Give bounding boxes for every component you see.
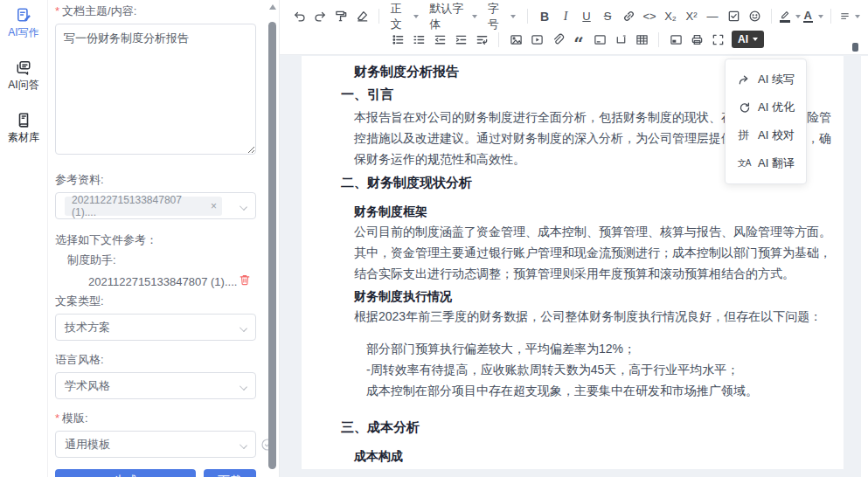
editor-scrollbar-track[interactable]: [861, 56, 868, 477]
menu-item-ai-proofread[interactable]: 拼 AI 校对: [726, 121, 806, 149]
redo-icon[interactable]: [309, 6, 330, 27]
required-marker: *: [55, 4, 59, 17]
download-button[interactable]: 下载: [204, 469, 256, 477]
editor-area: 正文 默认字体 字号 B I U S <> X₂ X² —: [280, 0, 868, 477]
remove-tag-icon[interactable]: ×: [211, 200, 217, 212]
horizontal-rule-icon[interactable]: —: [702, 6, 723, 27]
fullscreen-icon[interactable]: [707, 29, 728, 50]
scroll-up-arrow-icon[interactable]: [269, 4, 276, 10]
format-painter-icon[interactable]: [330, 6, 351, 27]
sidebar-item-label: 素材库: [8, 130, 39, 145]
font-color-button[interactable]: A: [802, 6, 824, 27]
align-button[interactable]: [837, 6, 863, 27]
required-marker: *: [55, 411, 59, 425]
template-select[interactable]: 通用模板: [55, 431, 256, 458]
superscript-icon[interactable]: X²: [681, 6, 702, 27]
unordered-list-icon[interactable]: [387, 29, 408, 50]
subscript-icon[interactable]: X₂: [660, 6, 681, 27]
chevron-down-icon: [753, 38, 758, 41]
italic-button[interactable]: I: [555, 6, 576, 27]
eraser-icon[interactable]: [351, 6, 372, 27]
code-block-icon[interactable]: [589, 29, 610, 50]
editor-toolbar: 正文 默认字体 字号 B I U S <> X₂ X² —: [280, 0, 868, 55]
topic-label: *文档主题/内容:: [55, 3, 256, 19]
highlight-pen-icon: [779, 10, 790, 23]
doc-block-li: 成本控制在部分项目中存在超支现象，主要集中在研发和市场推广领域。: [354, 380, 837, 401]
menu-item-ai-continue[interactable]: AI 续写: [726, 66, 806, 93]
optimize-icon: [737, 101, 751, 114]
chevron-down-icon: [240, 442, 247, 448]
doc-type-label: 文案类型:: [55, 294, 256, 309]
sidebar-item-label: AI写作: [8, 25, 38, 40]
ordered-list-icon[interactable]: [408, 29, 429, 50]
toolbar-row-2: “: [288, 28, 863, 51]
doc-pen-icon: [16, 7, 31, 23]
sidebar-item-ai-writing[interactable]: AI写作: [0, 7, 47, 40]
file-reference-section-label: 选择如下文件参考：: [55, 232, 256, 248]
print-icon[interactable]: [686, 29, 707, 50]
paragraph-style-select[interactable]: 正文: [385, 6, 424, 27]
line-wrap-icon[interactable]: [471, 29, 492, 50]
doc-block-li: -周转效率有待提高，应收账款周转天数为45天，高于行业平均水平；: [354, 359, 837, 380]
task-list-icon[interactable]: [723, 6, 744, 27]
doc-block-h3: 财务制度框架: [354, 202, 837, 221]
doc-type-select[interactable]: 技术方案: [55, 314, 256, 341]
editor-scrollbar-thumb[interactable]: [852, 43, 858, 52]
embed-block-icon[interactable]: [665, 29, 686, 50]
toolbar-row-1: 正文 默认字体 字号 B I U S <> X₂ X² —: [288, 4, 863, 28]
assistant-label: 制度助手:: [67, 252, 256, 268]
reference-select[interactable]: 2021122715133847807 (1).... ×: [55, 192, 256, 219]
doc-block-p: 根据2023年前三季度的财务数据，公司整体财务制度执行情况良好，但存在以下问题：: [354, 306, 837, 327]
blockquote-icon[interactable]: “: [568, 33, 589, 54]
font-color-a-icon: A: [803, 10, 813, 23]
underline-button[interactable]: U: [576, 6, 597, 27]
table-icon[interactable]: [631, 29, 652, 50]
chevron-down-icon: [855, 15, 860, 18]
topic-input[interactable]: 写一份财务制度分析报告: [55, 24, 256, 155]
chevron-down-icon: [240, 325, 247, 331]
link-icon[interactable]: [618, 6, 639, 27]
reference-file-tag[interactable]: 2021122715133847807 (1).... ×: [65, 197, 222, 216]
chevron-down-icon: [240, 204, 247, 210]
emoji-icon[interactable]: [744, 6, 765, 27]
chevron-down-icon: [510, 15, 516, 18]
outdent-icon[interactable]: [429, 29, 450, 50]
inline-code-icon[interactable]: <>: [639, 6, 660, 27]
proofread-icon: 拼: [737, 129, 751, 142]
sidebar-item-material-library[interactable]: 素材库: [0, 112, 47, 145]
page-break-icon[interactable]: [610, 29, 631, 50]
font-size-select[interactable]: 字号: [483, 6, 521, 27]
menu-item-ai-translate[interactable]: 文A AI 翻译: [726, 149, 806, 177]
strikethrough-button[interactable]: S: [597, 6, 618, 27]
highlight-color-button[interactable]: [778, 6, 802, 27]
trash-icon[interactable]: [239, 273, 251, 289]
template-label: *模版:: [55, 411, 256, 426]
toolbar-divider: [378, 9, 379, 24]
style-label: 语言风格:: [55, 352, 256, 368]
doc-block-p: 公司目前的制度涵盖了资金管理、成本控制、预算管理、核算与报告、风险管理等方面。其…: [354, 221, 837, 284]
image-icon[interactable]: [505, 29, 526, 50]
font-family-select[interactable]: 默认字体: [424, 6, 483, 27]
video-icon[interactable]: [526, 29, 547, 50]
chat-bubbles-icon: [16, 59, 31, 75]
chevron-down-icon: [795, 15, 801, 18]
style-select[interactable]: 学术风格: [55, 372, 256, 399]
indent-icon[interactable]: [450, 29, 471, 50]
doc-block-p: 公司的成本主要由以下部分构成：: [354, 466, 837, 469]
continue-writing-icon: [737, 73, 751, 86]
referenced-file-row: 2021122715133847807 (1)....: [88, 273, 251, 289]
doc-block-h2b: 三、成本分析: [341, 418, 837, 437]
generate-button[interactable]: 生成: [55, 469, 196, 477]
sidebar-item-ai-qa[interactable]: AI问答: [0, 59, 47, 93]
menu-item-ai-optimize[interactable]: AI 优化: [726, 93, 806, 121]
toolbar-divider: [527, 9, 528, 24]
ai-menu-button[interactable]: AI: [732, 31, 764, 48]
scrollbar-thumb[interactable]: [268, 22, 276, 469]
panel-scrollbar[interactable]: [267, 0, 277, 477]
doc-block-h3: 成本构成: [354, 446, 837, 466]
undo-icon[interactable]: [288, 6, 309, 27]
toolbar-divider: [771, 9, 772, 24]
bold-button[interactable]: B: [534, 6, 555, 27]
attachment-icon[interactable]: [547, 29, 568, 50]
ai-dropdown-menu: AI 续写 AI 优化 拼 AI 校对 文A AI 翻译: [725, 59, 807, 184]
